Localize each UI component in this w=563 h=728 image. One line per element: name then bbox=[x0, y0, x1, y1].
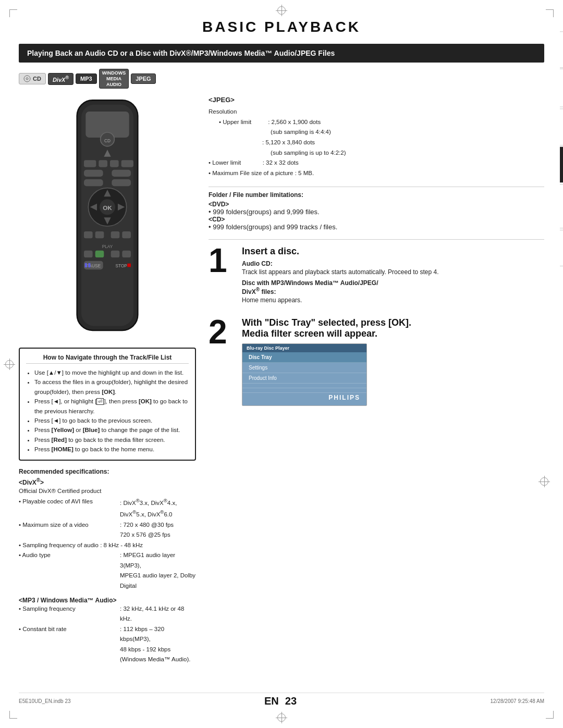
spec-value: : 112 kbps – 320 kbps(MP3),48 kbps - 192… bbox=[120, 624, 196, 665]
spec-row: • Maximum size of a video : 720 x 480 @3… bbox=[19, 520, 196, 540]
spec-value: : 720 x 480 @30 fps720 x 576 @25 fps bbox=[120, 520, 196, 540]
sidebar-tab-basic-setup[interactable]: Basic Setup bbox=[560, 108, 563, 145]
svg-rect-9 bbox=[99, 161, 107, 167]
screen-header: Blu-ray Disc Player bbox=[242, 344, 366, 352]
step-1-number: 1 bbox=[209, 244, 235, 277]
badge-cd: CD bbox=[19, 73, 46, 84]
svg-text:STOP: STOP bbox=[115, 264, 127, 269]
upper-limit: • Upper limit : 2,560 x 1,900 dots (sub … bbox=[209, 117, 544, 158]
reg-mark-bottom bbox=[277, 713, 286, 722]
svg-rect-29 bbox=[95, 251, 104, 257]
svg-rect-38 bbox=[88, 263, 90, 267]
svg-rect-12 bbox=[84, 170, 103, 177]
spec-value: : DivX®3.x, DivX®4.x, DivX®5.x, DivX®6.0 bbox=[120, 497, 196, 520]
reg-mark-top bbox=[277, 6, 286, 15]
nav-item: To access the files in a group(folder), … bbox=[34, 377, 189, 397]
folder-section: Folder / File number limitations: <DVD> … bbox=[209, 191, 544, 231]
mp3-subtitle: <MP3 / Windows Media™ Audio> bbox=[19, 597, 196, 604]
mp3-specs-table: • Sampling frequency : 32 kHz, 44.1 kHz … bbox=[19, 604, 196, 665]
sidebar-tab-function-setup[interactable]: Function Setup bbox=[560, 184, 563, 228]
svg-rect-25 bbox=[111, 231, 120, 238]
reg-mark-left bbox=[5, 360, 14, 368]
page-num-box: EN 23 bbox=[264, 695, 297, 707]
spec-label: • Playable codec of AVI files bbox=[19, 497, 118, 520]
svg-rect-26 bbox=[122, 231, 131, 238]
crop-mark-br bbox=[546, 711, 554, 719]
spec-row: • Sampling frequency of audio : 8 kHz - … bbox=[19, 540, 196, 551]
dvd-item: • 999 folders(groups) and 9,999 files. bbox=[209, 208, 544, 216]
svg-rect-11 bbox=[121, 161, 133, 167]
section-heading: Playing Back an Audio CD or a Disc with … bbox=[19, 44, 544, 63]
spec-row: • Constant bit rate : 112 kbps – 320 kbp… bbox=[19, 624, 196, 665]
step-2-row: 2 With "Disc Tray" selected, press [OK].… bbox=[209, 315, 544, 406]
sidebar-tab-playback[interactable]: Playback bbox=[560, 146, 563, 183]
screen-menu-empty-2 bbox=[242, 388, 366, 393]
audio-cd-text: Track list appears and playback starts a… bbox=[242, 267, 544, 277]
cd-subtitle: <CD> bbox=[209, 216, 544, 223]
jpeg-section: <JPEG> Resolution • Upper limit : 2,560 … bbox=[209, 96, 544, 178]
nav-item: Press [Red] to go back to the media filt… bbox=[34, 435, 189, 445]
crop-mark-bl bbox=[9, 711, 17, 719]
svg-rect-30 bbox=[111, 251, 120, 257]
step-1-content: Insert a disc. Audio CD: Track list appe… bbox=[242, 244, 544, 307]
spec-label: • Audio type bbox=[19, 550, 118, 591]
crop-mark-tl bbox=[9, 9, 17, 17]
jpeg-title: <JPEG> bbox=[209, 96, 544, 104]
nav-item: Use [▲/▼] to move the highlight up and d… bbox=[34, 368, 189, 377]
spec-row: • Audio type : MPEG1 audio layer 3(MP3),… bbox=[19, 550, 196, 591]
remote-area: CD bbox=[19, 96, 196, 339]
max-file-size: • Maximum File size of a picture : 5 MB. bbox=[209, 168, 544, 179]
spec-label: • Constant bit rate bbox=[19, 624, 118, 665]
nav-box-title: How to Navigate through the Track/File L… bbox=[26, 354, 189, 364]
svg-text:PLAY: PLAY bbox=[102, 244, 113, 249]
dvd-subtitle: <DVD> bbox=[209, 201, 544, 208]
svg-rect-36 bbox=[127, 264, 131, 267]
svg-rect-23 bbox=[84, 231, 93, 238]
spec-label: • Sampling frequency bbox=[19, 604, 118, 624]
nav-box: How to Navigate through the Track/File L… bbox=[19, 348, 196, 461]
badge-mp3: MP3 bbox=[76, 73, 97, 84]
svg-rect-8 bbox=[84, 161, 96, 167]
bluray-screen: Blu-ray Disc Player Disc Tray Settings P… bbox=[242, 343, 367, 406]
svg-rect-15 bbox=[112, 179, 131, 186]
page-container: Introduction Connections Basic Setup Pla… bbox=[0, 0, 563, 728]
badge-windows-media: WINDOWSMEDIAAUDIO bbox=[99, 69, 129, 89]
screen-logo: PHILIPS bbox=[328, 394, 360, 401]
nav-item: Press [◄], or highlight [⏎], then press … bbox=[34, 397, 189, 416]
svg-text:OK: OK bbox=[103, 205, 112, 212]
sidebar-tab-connections[interactable]: Connections bbox=[560, 69, 563, 107]
nav-box-list: Use [▲/▼] to move the highlight up and d… bbox=[26, 368, 189, 454]
disc-label: Disc with MP3/Windows Media™ Audio/JPEG/… bbox=[242, 279, 544, 295]
folder-title: Folder / File number limitations: bbox=[209, 191, 544, 199]
svg-rect-13 bbox=[112, 170, 131, 177]
nav-item: Press [HOME] to go back to the home menu… bbox=[34, 445, 189, 454]
step-2-number: 2 bbox=[209, 315, 235, 349]
cd-icon bbox=[23, 75, 31, 82]
step-1-row: 1 Insert a disc. Audio CD: Track list ap… bbox=[209, 244, 544, 307]
badge-divx: DivX® bbox=[48, 73, 74, 85]
footer-right: 12/28/2007 9:25:48 AM bbox=[491, 698, 544, 704]
svg-rect-37 bbox=[85, 263, 87, 267]
spec-row: • Sampling frequency : 32 kHz, 44.1 kHz … bbox=[19, 604, 196, 624]
divx-subtitle: <DivX®> bbox=[19, 477, 196, 486]
screen-menu-empty-1 bbox=[242, 384, 366, 388]
badge-jpeg: JPEG bbox=[131, 73, 155, 84]
sidebar-tab-others[interactable]: Others bbox=[560, 230, 563, 266]
format-badges: CD DivX® MP3 WINDOWSMEDIAAUDIO JPEG bbox=[19, 69, 544, 89]
svg-text:CD: CD bbox=[104, 139, 111, 144]
sidebar-tab-introduction[interactable]: Introduction bbox=[560, 31, 563, 68]
jpeg-specs: Resolution • Upper limit : 2,560 x 1,900… bbox=[209, 107, 544, 178]
screen-menu-settings: Settings bbox=[242, 363, 366, 373]
en-label: EN bbox=[264, 695, 279, 707]
svg-rect-24 bbox=[95, 231, 104, 238]
footer-left: E5E10UD_EN.indb 23 bbox=[19, 698, 71, 704]
nav-item: Press [Yellow] or [Blue] to change the p… bbox=[34, 425, 189, 435]
main-content: BASIC PLAYBACK Playing Back an Audio CD … bbox=[19, 19, 544, 709]
nav-item: Press [◄] to go back to the previous scr… bbox=[34, 416, 189, 425]
disc-text: Home menu appears. bbox=[242, 295, 544, 305]
divx-certified: Official DivX® Certified product bbox=[19, 486, 196, 496]
remote-control-image: CD bbox=[55, 96, 160, 339]
spec-label: • Maximum size of a video bbox=[19, 520, 118, 540]
page-title: BASIC PLAYBACK bbox=[19, 19, 544, 35]
divx-specs: Recommended specifications: <DivX®> Offi… bbox=[19, 468, 196, 591]
